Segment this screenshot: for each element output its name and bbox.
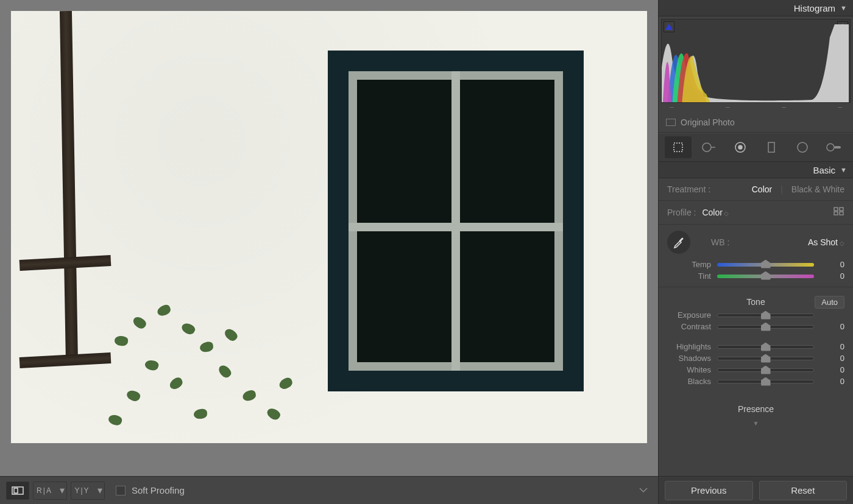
svg-point-7 [798,142,807,152]
presence-section: Presence [659,393,853,420]
highlights-slider-row: Highlights 0 [667,342,844,351]
treatment-label: Treatment : [667,184,710,194]
svg-rect-1 [14,488,18,493]
shadows-slider-row: Shadows 0 [667,354,844,363]
scroll-down-hint-icon[interactable]: ▼ [659,420,853,426]
local-adjustment-toolstrip [659,133,853,162]
collapse-icon: ▼ [840,4,847,12]
profile-browser-icon[interactable] [834,207,844,218]
blacks-label: Blacks [667,377,711,386]
app-root: R|A ▾ Y|Y ▾ Soft Proofing Histogram ▼ [0,0,853,504]
basic-title: Basic [813,165,835,175]
tint-slider[interactable] [717,275,814,278]
spot-removal-tool[interactable] [696,136,723,158]
histogram[interactable] [661,19,851,103]
right-panel-footer: Previous Reset [659,476,853,504]
exposure-label: Exposure [667,310,711,320]
white-balance-eyedropper[interactable] [667,231,690,254]
view-mode-yy-menu[interactable]: ▾ [96,482,104,499]
view-mode-loupe[interactable] [7,482,29,499]
soft-proofing-checkbox[interactable] [116,486,126,495]
original-photo-toggle[interactable]: Original Photo [659,113,853,133]
temp-label: Temp [667,260,711,269]
histogram-panel-header[interactable]: Histogram ▼ [659,0,853,16]
profile-dropdown[interactable]: Color◇ [702,208,728,217]
svg-rect-13 [840,212,843,215]
exposure-slider[interactable] [717,313,814,317]
treatment-bw-option[interactable]: Black & White [791,184,844,194]
svg-rect-9 [834,146,841,149]
histogram-info-row: –––– [659,103,853,113]
highlights-slider[interactable] [717,345,814,349]
view-mode-survey-group: Y|Y ▾ [71,481,105,500]
separator: | [780,184,783,194]
treatment-color-option[interactable]: Color [752,184,772,194]
svg-point-5 [738,145,742,149]
bottom-toolbar: R|A ▾ Y|Y ▾ Soft Proofing [0,476,658,504]
svg-rect-11 [840,208,843,211]
basic-panel: Treatment : Color | Black & White Profil… [659,178,853,476]
tint-slider-row: Tint 0 [667,271,844,281]
whites-label: Whites [667,365,711,374]
highlights-label: Highlights [667,342,711,351]
red-eye-tool[interactable] [727,136,754,158]
previous-button[interactable]: Previous [665,481,753,500]
photo-preview [11,11,647,443]
image-canvas[interactable] [0,0,658,454]
tint-value[interactable]: 0 [820,271,844,281]
contrast-value[interactable]: 0 [820,322,844,331]
presence-heading: Presence [738,404,774,414]
graduated-filter-tool[interactable] [758,136,785,158]
blacks-value[interactable]: 0 [820,377,844,386]
whites-slider-row: Whites 0 [667,365,844,374]
view-mode-before-after-ra[interactable]: R|A [34,482,55,499]
soft-proofing-toggle[interactable]: Soft Proofing [116,485,185,495]
original-photo-label: Original Photo [681,117,735,127]
toolbar-expand-chevron[interactable] [635,482,652,499]
contrast-slider[interactable] [717,325,814,329]
view-mode-before-after-yy[interactable]: Y|Y [71,482,93,499]
tone-heading: Tone [746,297,765,307]
temp-slider[interactable] [717,263,814,267]
svg-point-3 [703,143,711,152]
shadows-label: Shadows [667,354,711,363]
blacks-slider-row: Blacks 0 [667,377,844,386]
svg-point-8 [827,144,834,151]
treatment-row: Treatment : Color | Black & White [659,178,853,201]
whites-slider[interactable] [717,368,814,372]
svg-rect-2 [674,143,682,152]
basic-panel-header[interactable]: Basic ▼ [659,162,853,178]
view-mode-ra-menu[interactable]: ▾ [58,482,66,499]
collapse-icon: ▼ [840,166,847,173]
svg-rect-6 [768,142,774,152]
crop-tool[interactable] [665,136,692,158]
adjustment-brush-tool[interactable] [820,136,847,158]
shadows-slider[interactable] [717,357,814,360]
exposure-slider-row: Exposure [667,310,844,320]
soft-proofing-label: Soft Proofing [132,485,185,495]
profile-row: Profile : Color◇ [659,201,853,225]
svg-rect-10 [834,208,838,211]
view-mode-compare-group: R|A ▾ [33,481,67,500]
reset-button[interactable]: Reset [759,481,848,500]
blacks-slider[interactable] [717,380,814,383]
histogram-title: Histogram [794,3,835,13]
temp-slider-row: Temp 0 [667,260,844,269]
original-photo-checkbox-icon [666,119,676,126]
shadows-value[interactable]: 0 [820,354,844,363]
highlights-value[interactable]: 0 [820,342,844,351]
temp-value[interactable]: 0 [820,260,844,269]
main-area: R|A ▾ Y|Y ▾ Soft Proofing [0,0,658,504]
contrast-label: Contrast [667,322,711,331]
whites-value[interactable]: 0 [820,365,844,374]
white-balance-section: WB : As Shot◇ Temp 0 Tint 0 [659,225,853,287]
profile-label: Profile : [667,208,696,217]
wb-preset-dropdown[interactable]: As Shot◇ [808,237,844,247]
tint-label: Tint [667,271,711,281]
svg-rect-12 [834,212,838,215]
right-panel: Histogram ▼ –––– Original Photo [658,0,853,504]
contrast-slider-row: Contrast 0 [667,322,844,331]
radial-filter-tool[interactable] [789,136,816,158]
tone-section: Tone Auto Exposure Contrast 0 Highlights [659,287,853,393]
auto-tone-button[interactable]: Auto [815,296,844,309]
